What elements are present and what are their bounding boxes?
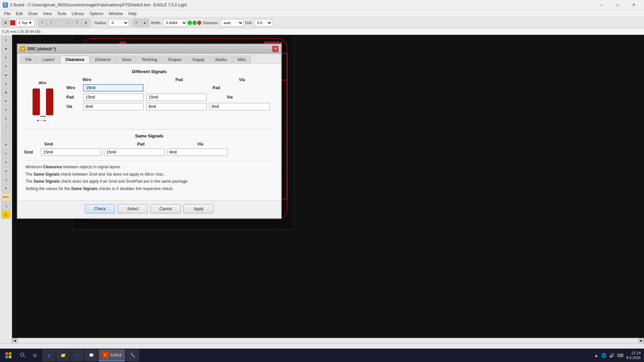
system-clock[interactable]: 21:14 8.3.2016	[626, 351, 641, 360]
info-4-text2: checks to 0 disables the respective chec…	[98, 186, 173, 191]
tab-shapes[interactable]: Shapes	[163, 56, 186, 63]
name-tool[interactable]: N	[1, 97, 11, 105]
arc-lt-tool[interactable]: ⌒	[1, 132, 11, 140]
radius-select[interactable]: 0	[109, 19, 129, 26]
maximize-button[interactable]: □	[610, 0, 625, 10]
tab-file[interactable]: File	[20, 56, 37, 63]
value-tool[interactable]: V	[1, 106, 11, 114]
layer-selector[interactable]: 1 Top ▼	[16, 19, 35, 26]
task-view-button[interactable]: ⧉	[29, 349, 41, 362]
wire-tool[interactable]: ╱	[47, 19, 55, 27]
eagle-task-label: EAGLE	[111, 353, 122, 357]
smd-via-input[interactable]	[167, 148, 227, 156]
scroll-track[interactable]	[17, 338, 639, 343]
search-button[interactable]	[17, 349, 29, 362]
start-button[interactable]	[0, 349, 17, 362]
drc-tabs: File Layers Clearance Distance Sizes Res…	[17, 54, 281, 64]
pencil-icon[interactable]: ✏	[132, 19, 141, 27]
delete-tool[interactable]: ✕	[1, 80, 11, 88]
mirror-tool[interactable]: ⇌	[1, 71, 11, 79]
smd-pad-input[interactable]	[104, 148, 164, 156]
select-button[interactable]: Select	[118, 204, 148, 214]
menu-edit[interactable]: Edit	[13, 11, 25, 17]
menu-draw[interactable]: Draw	[25, 11, 40, 17]
text-tool[interactable]: T	[73, 19, 81, 27]
menu-view[interactable]: View	[40, 11, 54, 17]
tray-keyboard[interactable]: ⌨	[617, 353, 624, 358]
svg-text:◄──►: ◄──►	[36, 119, 47, 122]
via-lt-tool[interactable]: ◎	[1, 167, 11, 175]
close-button[interactable]: ✕	[626, 0, 641, 10]
route-tool[interactable]: ⟳	[1, 141, 11, 149]
zoom-tool[interactable]: 🔍	[1, 202, 11, 210]
drc-tool[interactable]: DRC	[1, 193, 11, 201]
apply-button[interactable]: Apply	[183, 204, 214, 214]
diameter-select[interactable]: auto	[221, 19, 244, 26]
tab-clearance[interactable]: Clearance	[60, 56, 89, 63]
tab-restring[interactable]: Restring	[137, 56, 162, 63]
arc-tool[interactable]: ⌒	[56, 19, 64, 27]
scroll-right-button[interactable]: ▶	[639, 338, 644, 344]
menu-library[interactable]: Library	[69, 11, 87, 17]
paint-icon[interactable]: 🖌	[141, 19, 149, 27]
pad-tool[interactable]: ⊙	[1, 158, 11, 166]
main-toolbar: ⊞ 1 Top ▼ ↖ ╱ ⌒ ○ T ⊕ Radius: 0 ✏ 🖌 Widt…	[0, 17, 644, 28]
horizontal-scrollbar[interactable]: ◀ ▶	[12, 338, 644, 343]
rotate-tool[interactable]: ↻	[1, 62, 11, 70]
text-lt-tool[interactable]: A	[1, 115, 11, 123]
menu-help[interactable]: Help	[126, 11, 140, 17]
move-tool[interactable]: ✥	[1, 45, 11, 53]
tab-layers[interactable]: Layers	[37, 56, 59, 63]
via-tool[interactable]: ⊕	[82, 19, 90, 27]
info-tool[interactable]: ℹ	[1, 36, 11, 44]
menu-tools[interactable]: Tools	[54, 11, 69, 17]
drc-close-button[interactable]: ✕	[272, 46, 278, 52]
polygon-tool[interactable]: ⬡	[1, 176, 11, 184]
pad-pad-input[interactable]	[146, 94, 207, 101]
cancel-button[interactable]: Cancel	[151, 204, 181, 214]
tab-misc[interactable]: Misc	[233, 56, 251, 63]
check-button[interactable]: Check	[85, 204, 115, 214]
wire-wire-input[interactable]	[83, 84, 144, 92]
ratsnest-tool[interactable]: ≋	[1, 184, 11, 192]
minimize-button[interactable]: ─	[594, 0, 609, 10]
copy-tool[interactable]: ⎘	[1, 54, 11, 62]
menu-window[interactable]: Window	[106, 11, 126, 17]
via-wire-input[interactable]	[83, 103, 144, 110]
info-2-text4: does not apply to	[113, 172, 145, 177]
info-2-text2: check between	[61, 172, 89, 177]
taskbar-extra-button[interactable]: 🔧	[126, 349, 139, 361]
wire-lt-tool[interactable]: ╱	[1, 123, 11, 131]
svg-line-69	[23, 356, 25, 358]
via-via-input[interactable]	[209, 103, 270, 110]
menu-options[interactable]: Options	[87, 11, 106, 17]
width-select[interactable]: 0.4064	[163, 19, 187, 26]
green-dot2	[193, 21, 197, 25]
drill-select[interactable]: 0.6	[254, 19, 272, 26]
drc-title-bar[interactable]: ⚙ DRC (default *) ✕	[17, 44, 281, 54]
taskbar-explorer-button[interactable]: 📁	[56, 349, 70, 361]
tab-sizes[interactable]: Sizes	[116, 56, 136, 63]
grid-button[interactable]: ⊞	[1, 19, 9, 27]
circle-tool[interactable]: ○	[64, 19, 72, 27]
tray-sound[interactable]: 🔊	[609, 353, 614, 358]
taskbar-eagle-button[interactable]: E EAGLE	[99, 349, 125, 361]
tab-distance[interactable]: Distance	[90, 56, 116, 63]
tab-masks[interactable]: Masks	[210, 56, 232, 63]
tray-network[interactable]: 🌐	[601, 353, 606, 358]
taskbar-mail-button[interactable]: ✉	[70, 349, 84, 361]
rip-tool[interactable]: ✂	[1, 149, 11, 158]
via-pad-input[interactable]	[146, 103, 207, 110]
menu-file[interactable]: File	[1, 11, 13, 17]
smd-smd-input[interactable]	[41, 148, 101, 156]
select-tool[interactable]: ↖	[38, 19, 46, 27]
taskbar-ie-button[interactable]: e	[42, 349, 56, 361]
svg-rect-65	[9, 352, 11, 355]
pad-wire-input[interactable]	[83, 94, 144, 101]
tray-arrow[interactable]: ▲	[594, 353, 598, 358]
group-tool[interactable]: ⊞	[1, 88, 11, 97]
layer-dropdown-icon[interactable]: ▼	[29, 21, 32, 25]
tab-supply[interactable]: Supply	[187, 56, 210, 63]
scroll-left-button[interactable]: ◀	[12, 338, 17, 344]
taskbar-skype-button[interactable]: 💬	[85, 349, 98, 361]
